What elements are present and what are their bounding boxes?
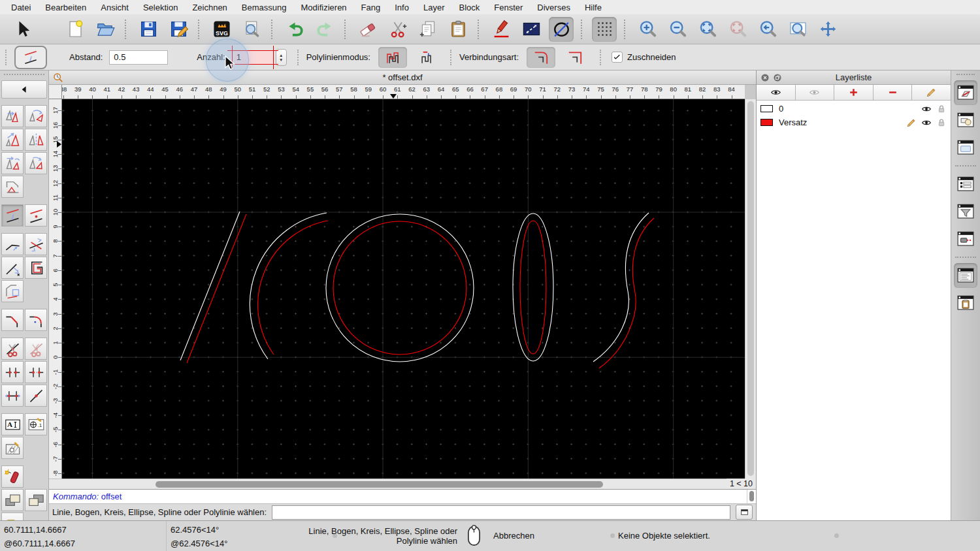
new-file-button[interactable] bbox=[63, 17, 88, 42]
zoom-previous-button[interactable] bbox=[755, 17, 780, 42]
modify-order-back-button[interactable] bbox=[25, 489, 47, 511]
minus-button[interactable] bbox=[874, 85, 913, 101]
drawing-canvas[interactable] bbox=[62, 99, 745, 479]
draw-pen-button[interactable] bbox=[489, 17, 514, 42]
pencil-button[interactable] bbox=[912, 85, 951, 101]
eye-button[interactable] bbox=[796, 85, 835, 101]
modify-divide-button[interactable] bbox=[1, 338, 24, 360]
modify-break-points-button[interactable] bbox=[1, 361, 24, 383]
menu-selektion[interactable]: Selektion bbox=[136, 3, 185, 12]
copy-button[interactable] bbox=[416, 17, 440, 42]
menu-info[interactable]: Info bbox=[387, 3, 416, 12]
library-browser-panel-button[interactable] bbox=[954, 135, 977, 160]
menu-layer[interactable]: Layer bbox=[416, 3, 452, 12]
menu-datei[interactable]: Datei bbox=[4, 3, 38, 12]
menu-fenster[interactable]: Fenster bbox=[487, 3, 530, 12]
plus-button[interactable] bbox=[834, 85, 874, 101]
line-tool-button[interactable] bbox=[519, 17, 544, 42]
layer-pencil-icon[interactable] bbox=[906, 118, 919, 128]
command-input[interactable] bbox=[272, 505, 730, 520]
layer-visibility-icon[interactable] bbox=[921, 118, 934, 128]
open-file-button[interactable] bbox=[93, 17, 118, 42]
modify-mirror-button[interactable] bbox=[25, 129, 47, 151]
layer-row[interactable]: 0 bbox=[757, 102, 951, 116]
modify-paint-button[interactable] bbox=[1, 512, 24, 520]
selection-filter-panel-button[interactable] bbox=[954, 199, 977, 224]
modify-stretch-button[interactable] bbox=[1, 385, 24, 407]
modify-hatch-edit-button[interactable] bbox=[1, 437, 24, 459]
modify-offset-point-button[interactable] bbox=[25, 204, 47, 227]
menu-bemassung[interactable]: Bemassung bbox=[235, 3, 294, 12]
eye-button[interactable] bbox=[757, 85, 796, 101]
modify-dim-edit-button[interactable]: .1 bbox=[25, 413, 47, 435]
modify-rotate-two-button[interactable] bbox=[25, 152, 47, 174]
modify-trim-two-button[interactable] bbox=[25, 233, 47, 255]
modify-order-front-button[interactable] bbox=[1, 489, 24, 511]
block-list-panel-button[interactable] bbox=[954, 108, 977, 133]
modify-trim-button[interactable] bbox=[1, 233, 24, 255]
abstand-input[interactable] bbox=[109, 50, 168, 65]
modify-explode-button[interactable] bbox=[1, 465, 24, 488]
zoom-out-button[interactable] bbox=[665, 17, 690, 42]
menu-diverses[interactable]: Diverses bbox=[530, 3, 578, 12]
modify-rotate-button[interactable] bbox=[25, 105, 47, 127]
save-button[interactable] bbox=[136, 17, 161, 42]
modify-fillet-button[interactable] bbox=[25, 309, 47, 331]
zoom-auto-button[interactable] bbox=[695, 17, 720, 42]
paste-button[interactable] bbox=[446, 17, 470, 42]
command-line-dock-button[interactable] bbox=[736, 505, 753, 520]
property-editor-panel-button[interactable] bbox=[954, 172, 977, 197]
print-preview-button[interactable] bbox=[239, 17, 264, 42]
layer-panel-titlebar[interactable]: Layerliste bbox=[757, 71, 951, 85]
connection-sharp-button[interactable] bbox=[561, 47, 589, 68]
modify-break-out-button[interactable] bbox=[25, 385, 47, 407]
layer-row[interactable]: Versatz bbox=[757, 116, 951, 129]
layer-visibility-icon[interactable] bbox=[921, 104, 934, 114]
canvas-horizontal-scrollbar[interactable] bbox=[49, 479, 727, 489]
polymode-segment-button[interactable] bbox=[411, 47, 440, 68]
menu-bearbeiten[interactable]: Bearbeiten bbox=[38, 3, 93, 12]
canvas-vertical-scrollbar[interactable] bbox=[745, 99, 756, 479]
history-scrollbar[interactable] bbox=[747, 490, 756, 503]
zoom-in-button[interactable] bbox=[635, 17, 660, 42]
scrollbar-thumb[interactable] bbox=[155, 481, 603, 488]
connection-round-button[interactable] bbox=[527, 47, 555, 68]
menu-ansicht[interactable]: Ansicht bbox=[93, 3, 136, 12]
zoom-selection-button[interactable] bbox=[725, 17, 750, 42]
menu-zeichnen[interactable]: Zeichnen bbox=[185, 3, 234, 12]
menu-hilfe[interactable]: Hilfe bbox=[578, 3, 609, 12]
document-titlebar[interactable]: * offset.dxf bbox=[49, 71, 756, 85]
clipboard-panel-panel-button[interactable] bbox=[954, 291, 977, 315]
svg-export-button[interactable]: SVG bbox=[209, 17, 234, 42]
cad-entity-ellipse[interactable] bbox=[520, 221, 546, 354]
cad-entity-path[interactable] bbox=[250, 213, 327, 359]
menu-fang[interactable]: Fang bbox=[354, 3, 388, 12]
cad-entity-line[interactable] bbox=[180, 212, 240, 360]
toolbar-drag-handle[interactable] bbox=[956, 74, 975, 78]
cad-entity-circle[interactable] bbox=[326, 214, 474, 362]
layer-lock-icon[interactable] bbox=[936, 118, 947, 128]
toolbar-drag-handle[interactable] bbox=[4, 74, 44, 78]
redo-button[interactable] bbox=[312, 17, 337, 42]
zoom-window-button[interactable] bbox=[785, 17, 810, 42]
polymode-outline-button[interactable] bbox=[378, 47, 407, 68]
undo-button[interactable] bbox=[282, 17, 307, 42]
toolbar-drag-handle[interactable] bbox=[5, 50, 9, 65]
layer-list-panel-button[interactable] bbox=[954, 80, 977, 105]
cad-entity-path[interactable] bbox=[258, 221, 328, 354]
back-button[interactable] bbox=[1, 80, 47, 99]
ellipse-tool-button[interactable] bbox=[549, 17, 574, 42]
modify-break-segments-button[interactable] bbox=[25, 361, 47, 383]
cut-button[interactable] bbox=[385, 17, 410, 42]
cad-entity-ellipse[interactable] bbox=[513, 213, 553, 361]
menu-block[interactable]: Block bbox=[451, 3, 487, 12]
modify-bevel-button[interactable] bbox=[1, 280, 24, 302]
save-as-button[interactable] bbox=[166, 17, 191, 42]
flashlight-panel-panel-button[interactable] bbox=[954, 227, 977, 251]
grid-tool-button[interactable] bbox=[592, 17, 617, 42]
pan-button[interactable] bbox=[815, 17, 840, 42]
cad-entity-circle[interactable] bbox=[333, 221, 466, 354]
command-line-panel-button[interactable] bbox=[954, 263, 977, 288]
menu-modifizieren[interactable]: Modifizieren bbox=[294, 3, 354, 12]
eraser-button[interactable] bbox=[355, 17, 380, 42]
